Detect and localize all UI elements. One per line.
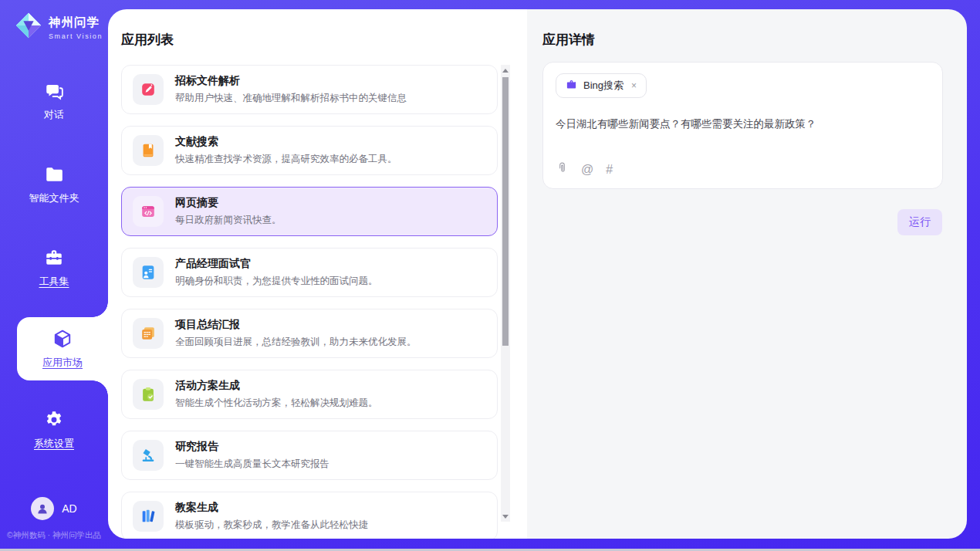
books-icon <box>133 501 164 532</box>
chat-icon <box>43 80 65 102</box>
paperclip-icon[interactable] <box>556 161 569 177</box>
logo-title: 神州问学 <box>49 15 103 31</box>
sidebar-item-label: 系统设置 <box>34 437 74 451</box>
app-list-item[interactable]: 产品经理面试官 明确身份和职责，为您提供专业性的面试问题。 <box>121 248 498 297</box>
edit-square-icon <box>133 74 164 105</box>
app-desc: 快速精准查找学术资源，提高研究效率的必备工具。 <box>175 153 397 166</box>
app-desc: 明确身份和职责，为您提供专业性的面试问题。 <box>175 275 378 288</box>
scrollbar-thumb[interactable] <box>502 77 509 346</box>
app-list-item[interactable]: 网页摘要 每日政府新闻资讯快查。 <box>121 187 498 236</box>
app-desc: 每日政府新闻资讯快查。 <box>175 214 282 227</box>
at-mention-icon[interactable]: @ <box>581 163 593 177</box>
tool-chip-label: Bing搜索 <box>583 79 623 93</box>
app-list: 招标文件解析 帮助用户快速、准确地理解和解析招标书中的关键信息 文献搜索 快速精… <box>121 65 498 539</box>
app-desc: 模板驱动，教案秒成，教学准备从此轻松快捷 <box>175 519 368 532</box>
app-name: 研究报告 <box>175 440 329 454</box>
sidebar-item-label: 工具集 <box>39 275 69 289</box>
app-name: 产品经理面试官 <box>175 257 378 271</box>
app-desc: 帮助用户快速、准确地理解和解析招标书中的关键信息 <box>175 92 407 105</box>
user-account[interactable]: AD <box>0 497 108 520</box>
logo-subtitle: Smart Vision <box>49 32 103 40</box>
close-icon[interactable]: × <box>631 80 637 91</box>
copyright-footer: ©神州数码 · 神州问学出品 <box>0 530 108 541</box>
app-detail-title: 应用详情 <box>542 31 595 49</box>
app-list-item[interactable]: 项目总结汇报 全面回顾项目进展，总结经验教训，助力未来优化发展。 <box>121 309 498 358</box>
logo-diamond-icon <box>14 11 43 43</box>
hash-tag-icon[interactable]: # <box>606 163 613 177</box>
user-name: AD <box>62 502 76 515</box>
composer-toolbar: @ # <box>556 161 930 177</box>
main-window: 应用列表 招标文件解析 帮助用户快速、准确地理解和解析招标书中的关键信息 文献搜… <box>108 9 967 539</box>
app-list-item[interactable]: 招标文件解析 帮助用户快速、准确地理解和解析招标书中的关键信息 <box>121 65 498 114</box>
app-name: 活动方案生成 <box>175 379 378 393</box>
sidebar-item-toolbox[interactable]: 工具集 <box>0 234 108 302</box>
run-button[interactable]: 运行 <box>897 209 942 235</box>
toolbox-icon <box>43 247 65 269</box>
sidebar-item-label: 对话 <box>44 108 64 122</box>
sidebar-item-label: 智能文件夹 <box>29 191 79 205</box>
app-detail-panel: 应用详情 Bing搜索 × 今日湖北有哪些新闻要点？有哪些需要关注的最新政策？ … <box>527 9 967 539</box>
sidebar-item-settings[interactable]: 系统设置 <box>0 396 108 464</box>
app-name: 网页摘要 <box>175 196 282 210</box>
gear-icon <box>43 409 65 431</box>
interviewer-icon <box>133 257 164 288</box>
app-name: 教案生成 <box>175 501 368 515</box>
scroll-down-button[interactable] <box>501 511 510 522</box>
scroll-up-button[interactable] <box>501 65 510 76</box>
app-desc: 全面回顾项目进展，总结经验教训，助力未来优化发展。 <box>175 336 417 349</box>
sticky-notes-icon <box>133 318 164 349</box>
tool-chip-bing-search[interactable]: Bing搜索 × <box>556 73 647 98</box>
folder-icon <box>43 164 65 185</box>
prompt-card: Bing搜索 × 今日湖北有哪些新闻要点？有哪些需要关注的最新政策？ @ # <box>542 62 943 189</box>
book-icon <box>133 135 164 166</box>
app-name: 文献搜索 <box>175 135 397 149</box>
sidebar-nav: 对话 智能文件夹 工具集 应用市场 系统设置 <box>0 67 108 464</box>
list-scrollbar[interactable] <box>501 65 510 522</box>
query-text-input[interactable]: 今日湖北有哪些新闻要点？有哪些需要关注的最新政策？ <box>556 117 930 161</box>
sidebar: 神州问学 Smart Vision 对话 智能文件夹 工具集 <box>0 0 108 551</box>
sidebar-item-smart-folder[interactable]: 智能文件夹 <box>0 150 108 218</box>
app-list-item[interactable]: 教案生成 模板驱动，教案秒成，教学准备从此轻松快捷 <box>121 492 498 539</box>
sidebar-item-label: 应用市场 <box>42 356 83 370</box>
web-code-icon <box>133 196 164 227</box>
app-list-item[interactable]: 活动方案生成 智能生成个性化活动方案，轻松解决规划难题。 <box>121 370 498 419</box>
clipboard-check-icon <box>133 379 164 410</box>
sidebar-item-chat[interactable]: 对话 <box>0 67 108 135</box>
cube-icon <box>52 328 73 350</box>
app-desc: 智能生成个性化活动方案，轻松解决规划难题。 <box>175 397 378 410</box>
app-logo: 神州问学 Smart Vision <box>0 0 108 43</box>
avatar <box>31 497 54 520</box>
app-name: 招标文件解析 <box>175 74 407 88</box>
sidebar-item-app-market[interactable]: 应用市场 <box>17 317 108 380</box>
app-list-item[interactable]: 研究报告 一键智能生成高质量长文本研究报告 <box>121 431 498 480</box>
app-name: 项目总结汇报 <box>175 318 417 332</box>
app-list-item[interactable]: 文献搜索 快速精准查找学术资源，提高研究效率的必备工具。 <box>121 126 498 175</box>
app-list-panel: 应用列表 招标文件解析 帮助用户快速、准确地理解和解析招标书中的关键信息 文献搜… <box>108 9 527 539</box>
research-icon <box>133 440 164 471</box>
briefcase-icon <box>566 79 577 93</box>
app-list-title: 应用列表 <box>121 31 174 49</box>
app-desc: 一键智能生成高质量长文本研究报告 <box>175 458 329 471</box>
